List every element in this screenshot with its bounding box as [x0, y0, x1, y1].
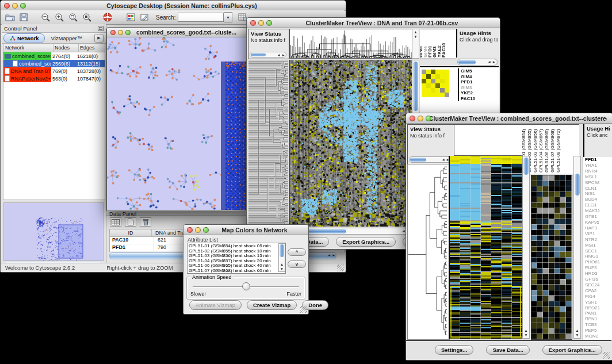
network-view-titlebar[interactable]: combined_scores_good.txt--cluste... [107, 28, 248, 37]
speed-slider-thumb[interactable] [242, 282, 250, 290]
tab-overflow-button[interactable]: ▶ [94, 34, 104, 43]
col-header-network[interactable]: Network [3, 44, 53, 52]
scroll-right-arrow[interactable]: ► [282, 53, 285, 57]
minimize-button[interactable] [258, 20, 264, 26]
table-icon[interactable] [110, 217, 121, 227]
tv2-export-graphics-button[interactable]: Export Graphics... [542, 345, 602, 355]
minimize-button[interactable] [195, 227, 201, 233]
map-dialog-titlebar[interactable]: Map Colors to Network [183, 225, 308, 235]
tv2-zoom-heatmap[interactable] [531, 175, 572, 340]
zoom-button[interactable] [20, 3, 26, 9]
network-edges: 107847(0) [76, 76, 105, 82]
open-file-icon[interactable] [3, 11, 17, 24]
close-button[interactable] [110, 30, 116, 35]
help-icon[interactable] [101, 11, 114, 24]
tv2-column-area [454, 124, 522, 156]
gene-label: PEP5 [585, 328, 612, 334]
attribute-list-item[interactable]: GPL51-07 (GSM868) heat shock 60 min [189, 269, 284, 274]
close-button[interactable] [410, 116, 415, 121]
animation-speed-group: Animation Speed Slower Faster [186, 277, 305, 300]
close-button[interactable] [4, 3, 10, 9]
scroll-up-arrow[interactable]: ▲ [412, 30, 419, 34]
main-resize-grip[interactable] [337, 265, 344, 271]
tv1-column-dendrogram[interactable] [289, 29, 412, 59]
tv2-heatmap[interactable] [449, 156, 522, 339]
tv1-similarity-matrix[interactable] [422, 70, 449, 97]
window-controls[interactable] [4, 3, 26, 9]
scroll-down-arrow[interactable]: ▼ [523, 333, 529, 337]
zoom-fit-icon[interactable] [66, 11, 80, 24]
hscroll-left-arrow[interactable]: ◄ [327, 253, 331, 257]
attribute-list[interactable]: GPL51-01 (GSM854) heat shock 05 minGPL51… [187, 243, 286, 274]
scroll-up-arrow[interactable]: ▲ [279, 262, 285, 266]
new-attribute-icon[interactable] [125, 217, 136, 227]
scroll-down-arrow[interactable]: ▼ [574, 333, 580, 337]
dialog-animate-vizmap-button[interactable]: Animate Vizmap [189, 300, 242, 310]
annotation-icon[interactable] [137, 11, 151, 24]
network-table-row[interactable]: combined_sco2569(6)13112(15) [3, 60, 105, 67]
tv1-heatmap[interactable] [289, 60, 412, 227]
tv2-right-vscrollbar[interactable]: ▲ ▼ [573, 156, 581, 339]
gene-label: MSI1 [585, 243, 612, 248]
zoom-selected-icon[interactable] [80, 11, 94, 24]
col-header-nodes[interactable]: Nodes [53, 44, 79, 52]
zoom-in-icon[interactable] [52, 11, 66, 24]
close-button[interactable] [187, 227, 193, 233]
close-button[interactable] [250, 20, 256, 26]
tv1-status-hscrollbar[interactable]: ◄ ► [250, 52, 286, 58]
minimize-button[interactable] [118, 30, 123, 35]
tv1-row-dendrogram[interactable] [248, 60, 288, 227]
treeview1-titlebar[interactable]: ClusterMaker TreeView : DNA and Tran 07-… [247, 18, 500, 28]
col-header-edges[interactable]: Edges [79, 44, 105, 52]
tv2-resize-grip[interactable] [603, 352, 610, 359]
scroll-left-arrow[interactable]: ◄ [277, 53, 281, 57]
dialog-create-vizmap-button[interactable]: Create Vizmap [247, 300, 297, 310]
zoom-button[interactable] [266, 20, 272, 26]
tab-network[interactable]: Network [3, 33, 45, 43]
network-table-row[interactable]: combined_scores2764(0)16218(0) [3, 52, 105, 60]
tv2-vscrollbar[interactable]: ▲ ▼ [522, 156, 530, 339]
network-table-row[interactable]: DNA and Tran 07769(0)183728(0) [3, 67, 105, 75]
minimize-button[interactable] [12, 3, 18, 9]
scroll-down-arrow[interactable]: ▼ [279, 267, 285, 271]
tv1-export-graphics-button[interactable]: Export Graphics... [336, 237, 396, 247]
save-icon[interactable] [17, 11, 30, 24]
zoom-button[interactable] [203, 227, 209, 233]
tv2-row-dendrogram[interactable] [408, 164, 447, 338]
delete-attribute-icon[interactable] [140, 217, 151, 227]
scroll-up-arrow[interactable]: ▲ [574, 328, 580, 332]
search-dropdown-button[interactable]: ▼ [224, 12, 232, 22]
zoom-out-icon[interactable] [39, 11, 52, 24]
tv2-save-data-button[interactable]: Save Data... [486, 345, 529, 355]
treeview2-titlebar[interactable]: ClusterMaker TreeView : combined_scores_… [406, 113, 612, 124]
zoom-button[interactable] [426, 116, 431, 121]
vizmapper-icon[interactable] [124, 11, 137, 24]
scroll-left-arrow[interactable]: ◄ [442, 158, 445, 162]
hscroll-right-arrow[interactable]: ► [332, 253, 335, 257]
network-name: DNA and Tran 07 [11, 68, 51, 74]
scroll-down-arrow[interactable]: ▼ [412, 35, 419, 39]
dialog-resize-grip[interactable] [300, 306, 307, 313]
scroll-right-arrow[interactable]: ► [492, 60, 496, 64]
move-up-button[interactable]: ^ [288, 248, 306, 256]
search-input[interactable] [178, 13, 224, 22]
zoom-button[interactable] [125, 30, 131, 35]
tv1-right-hscrollbar[interactable]: ◄ ► [457, 59, 498, 66]
id-column-header[interactable]: ID [110, 229, 152, 236]
minimize-button[interactable] [418, 116, 423, 121]
float-panel-icon[interactable] [98, 23, 106, 33]
tv2-settings-button[interactable]: Settings... [435, 345, 473, 355]
move-down-button[interactable]: v [288, 260, 306, 268]
network-overview[interactable] [3, 202, 104, 261]
network-table-row[interactable]: RNAPuberNov2+!563(0)107847(0) [3, 75, 105, 82]
scroll-left-arrow[interactable]: ◄ [488, 60, 491, 64]
scroll-up-arrow[interactable]: ▲ [523, 328, 529, 332]
attribute-list-vscrollbar[interactable]: ▲ ▼ [278, 243, 285, 272]
main-titlebar[interactable]: Cytoscape Desktop (Session Name: collins… [1, 1, 346, 11]
tv2-status-hscrollbar[interactable]: ◄ ► [409, 156, 452, 163]
gene-label: PHO81 [585, 259, 612, 265]
network-canvas[interactable] [107, 37, 247, 210]
tab-vizmapper[interactable]: VizMapper™ [51, 35, 82, 41]
gene-label: MON2 [585, 334, 612, 339]
tv1-mini-vscrollbar[interactable]: ▲ ▼ [412, 29, 419, 59]
